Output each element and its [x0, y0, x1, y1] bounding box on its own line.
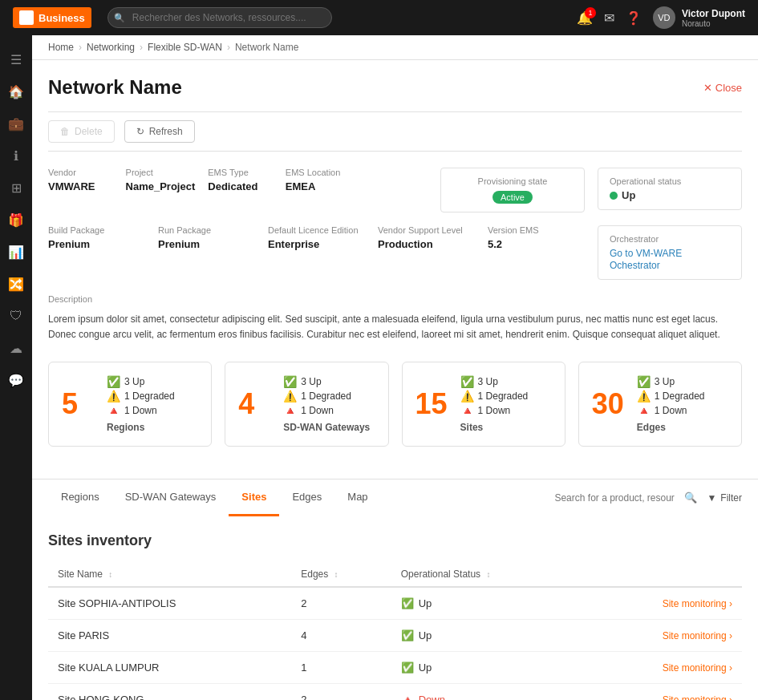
status-icon: ✅: [401, 662, 414, 674]
col-site-name: Site Name ↕: [48, 562, 291, 587]
vendor-support-value: Production: [378, 238, 475, 250]
project-value: Name_Project: [126, 180, 196, 192]
avatar: VD: [653, 6, 675, 29]
user-name: Victor Dupont: [682, 8, 745, 19]
notification-badge: 1: [585, 7, 596, 18]
filter-label: Filter: [720, 492, 742, 504]
degraded-icon: ⚠️: [637, 390, 651, 403]
stat-down-text: 1 Down: [301, 405, 334, 416]
description-section: Description Lorem ipsum dolor sit amet, …: [48, 293, 742, 342]
breadcrumb-sep-3: ›: [227, 42, 230, 53]
stat-card-sd-wan-gateways: 4 ✅ 3 Up ⚠️ 1 Degraded 🔺 1 Down SD-WAN G…: [225, 362, 388, 447]
sort-icon-name[interactable]: ↕: [108, 570, 112, 579]
orchestrator-link[interactable]: Go to VM-WARE Ochestrator: [610, 248, 682, 271]
breadcrumb-home[interactable]: Home: [48, 42, 74, 53]
stat-row-up: ✅ 3 Up: [283, 375, 375, 388]
tab-edges[interactable]: Edges: [279, 479, 334, 516]
orchestrator-box: Orchestrator Go to VM-WARE Ochestrator: [598, 225, 742, 280]
monitoring-link[interactable]: Site monitoring ›: [663, 662, 732, 674]
op-status-label: Operational status: [610, 176, 730, 186]
stat-row-degraded: ⚠️ 1 Degraded: [460, 390, 552, 403]
breadcrumb: Home › Networking › Flexible SD-WAN › Ne…: [32, 35, 758, 60]
licence-field: Default Licence Edition Enterprise: [268, 225, 365, 250]
tab-sites[interactable]: Sites: [229, 479, 279, 516]
down-icon: 🔺: [107, 404, 120, 417]
top-nav: Business 🔔 1 ✉ ❓ VD Victor Dupont Noraut…: [0, 0, 758, 35]
breadcrumb-networking[interactable]: Networking: [87, 42, 135, 53]
stat-card-regions: 5 ✅ 3 Up ⚠️ 1 Degraded 🔺 1 Down Regions: [48, 362, 212, 447]
ems-type-label: EMS Type: [208, 168, 273, 177]
sidebar-icon-cloud[interactable]: ☁: [2, 334, 30, 362]
sites-table: Site Name ↕ Edges ↕ Operational Status ↕…: [48, 562, 742, 700]
licence-label: Default Licence Edition: [268, 225, 365, 235]
ems-location-field: EMS Location EMEA: [286, 168, 351, 192]
stat-row-degraded: ⚠️ 1 Degraded: [107, 390, 198, 403]
user-menu[interactable]: VD Victor Dupont Norauto: [653, 6, 745, 29]
envelope-icon[interactable]: ✉: [604, 10, 614, 26]
sidebar-icon-grid[interactable]: ⊞: [2, 173, 30, 202]
refresh-button[interactable]: ↻ Refresh: [124, 120, 195, 143]
status-icon: ✅: [401, 597, 414, 609]
stat-label: Sites: [460, 422, 552, 433]
vendor-label: Vendor: [48, 168, 113, 177]
notification-icon[interactable]: 🔔 1: [577, 10, 593, 26]
project-label: Project: [126, 168, 196, 177]
tabs-bar: Regions SD-WAN Gateways Sites Edges Map …: [32, 479, 758, 516]
breadcrumb-sep-2: ›: [140, 42, 143, 53]
filter-button[interactable]: ▼ Filter: [707, 492, 742, 504]
sort-icon-edges[interactable]: ↕: [334, 570, 338, 579]
stat-up-text: 3 Up: [301, 376, 321, 387]
monitoring-link[interactable]: Site monitoring ›: [663, 630, 732, 641]
cell-site-name: Site SOPHIA-ANTIPOLIS: [48, 587, 291, 620]
sidebar-icon-gift[interactable]: 🎁: [2, 205, 30, 234]
sidebar-icon-shield[interactable]: 🛡: [2, 301, 30, 330]
tab-map[interactable]: Map: [334, 479, 380, 516]
sidebar: ☰ 🏠 💼 ℹ ⊞ 🎁 📊 🔀 🛡 ☁ 💬: [0, 35, 32, 700]
breadcrumb-sdwan[interactable]: Flexible SD-WAN: [148, 42, 222, 53]
sidebar-icon-info[interactable]: ℹ: [2, 141, 30, 170]
cell-status: ✅ Up: [391, 587, 584, 620]
sidebar-icon-network[interactable]: 🔀: [2, 269, 30, 298]
stat-down-text: 1 Down: [655, 405, 687, 416]
stat-row-degraded: ⚠️ 1 Degraded: [283, 390, 375, 403]
degraded-icon: ⚠️: [283, 390, 297, 403]
cell-edges: 4: [291, 619, 391, 651]
brand-name: Business: [39, 12, 85, 24]
sidebar-icon-menu[interactable]: ☰: [2, 45, 30, 74]
vendor-support-label: Vendor Support Level: [378, 225, 475, 235]
table-row: Site KUALA LUMPUR 1 ✅ Up Site monitoring…: [48, 651, 742, 683]
close-button[interactable]: ✕ Close: [703, 82, 742, 94]
sidebar-icon-portfolio[interactable]: 💼: [2, 109, 30, 138]
stat-degraded-text: 1 Degraded: [478, 390, 529, 402]
search-input[interactable]: [107, 7, 333, 28]
page-content: Network Name ✕ Close 🗑 Delete ↻ Refresh: [32, 60, 758, 479]
sort-icon-status[interactable]: ↕: [486, 570, 490, 579]
sidebar-icon-chat[interactable]: 💬: [2, 366, 30, 395]
stat-details: ✅ 3 Up ⚠️ 1 Degraded 🔺 1 Down Sites: [460, 375, 552, 433]
col-status: Operational Status ↕: [391, 562, 584, 587]
monitoring-link[interactable]: Site monitoring ›: [663, 598, 732, 609]
refresh-icon: ↻: [136, 126, 144, 137]
cell-action: Site monitoring ›: [584, 683, 742, 700]
col-edges: Edges ↕: [291, 562, 391, 587]
sidebar-icon-chart[interactable]: 📊: [2, 237, 30, 266]
monitoring-link[interactable]: Site monitoring ›: [663, 694, 732, 700]
sidebar-icon-home[interactable]: 🏠: [2, 77, 30, 106]
user-company: Norauto: [682, 19, 745, 28]
toolbar: 🗑 Delete ↻ Refresh: [48, 111, 742, 152]
up-icon: ✅: [107, 375, 120, 388]
table-search-input[interactable]: [554, 492, 675, 504]
tab-regions[interactable]: Regions: [48, 479, 112, 516]
up-icon: ✅: [460, 375, 474, 388]
stat-down-text: 1 Down: [478, 405, 511, 416]
cell-edges: 2: [291, 683, 391, 700]
tab-sdwan-gateways[interactable]: SD-WAN Gateways: [112, 479, 229, 516]
delete-button[interactable]: 🗑 Delete: [48, 120, 115, 143]
filter-icon: ▼: [707, 492, 716, 504]
stat-up-text: 3 Up: [478, 376, 498, 387]
run-package-label: Run Package: [158, 225, 255, 235]
help-icon[interactable]: ❓: [626, 10, 642, 26]
prov-state-badge: Active: [492, 191, 533, 204]
search-bar: [107, 7, 333, 28]
brand-logo[interactable]: Business: [13, 7, 91, 28]
